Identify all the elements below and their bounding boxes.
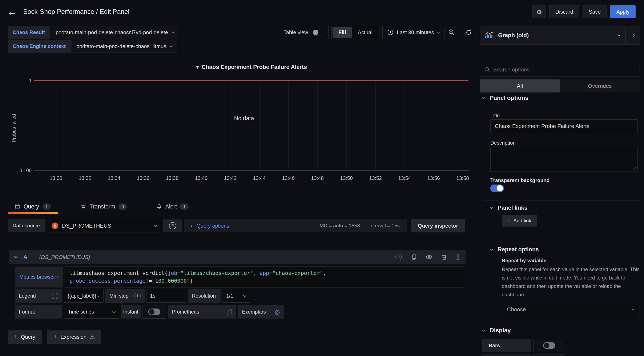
tab-transform[interactable]: Transform 0: [73, 201, 134, 212]
section-panel-options[interactable]: Panel options: [482, 95, 528, 101]
section-panel-links[interactable]: Panel links: [490, 205, 528, 211]
y-tick-1: 1: [11, 78, 32, 83]
visualization-picker[interactable]: Graph (old): [480, 26, 640, 44]
variable-value-dropdown[interactable]: podtato-main-pod-delete-chaos_litmus: [72, 40, 177, 53]
section-display[interactable]: Display: [482, 327, 511, 334]
x-tick-label: 13:40: [195, 175, 208, 181]
tab-alert[interactable]: Alert 1: [149, 201, 196, 212]
resolution-select[interactable]: 1/1: [222, 289, 250, 303]
divider: [482, 200, 640, 201]
chevron-down-icon: [112, 310, 116, 313]
exemplars-icon[interactable]: ◎: [275, 309, 280, 316]
gridline: [404, 80, 405, 171]
viz-name: Graph (old): [498, 32, 529, 39]
actual-option[interactable]: Actual: [352, 27, 378, 38]
save-button[interactable]: Save: [582, 5, 607, 18]
query-help-icon[interactable]: ?: [396, 254, 402, 260]
variable-chaos-result: Chaos Result podtato-main-pod-delete-cha…: [8, 26, 179, 39]
x-tick-label: 13:44: [253, 175, 266, 181]
interval: Interval = 15s: [369, 223, 400, 229]
query-datasource-hint: (DS_PROMETHEUS): [39, 254, 90, 260]
tab-query[interactable]: Query 1: [8, 201, 58, 212]
format-select[interactable]: Time series: [64, 305, 119, 319]
transparent-background-toggle[interactable]: [490, 184, 504, 192]
min-step-input[interactable]: [146, 289, 186, 303]
instant-field: Instant: [121, 305, 140, 319]
query-options-row-2: Format Time series Instant Prometheusi E…: [15, 305, 284, 319]
add-expression-button[interactable]: + Expression ⚠: [47, 330, 101, 344]
datasource-help-button[interactable]: ?: [163, 219, 182, 232]
graph-viz-icon: [485, 32, 494, 39]
delete-query-icon[interactable]: [441, 254, 447, 260]
chevron-down-icon: [617, 33, 621, 36]
threshold-line-series: [34, 80, 468, 81]
toggle-viz-list-button[interactable]: [626, 26, 640, 44]
metrics-browser-button[interactable]: Metrics browser ›: [15, 266, 63, 288]
collapse-query-icon[interactable]: [14, 255, 18, 258]
toggle-visibility-icon[interactable]: [426, 255, 432, 259]
panel-settings-button[interactable]: ⚙: [532, 5, 546, 18]
chevron-down-icon: [243, 294, 247, 297]
repeat-variable-select[interactable]: Choose: [502, 303, 640, 316]
resize-handle-icon[interactable]: [633, 167, 636, 170]
plot-area[interactable]: No data: [34, 80, 468, 171]
time-range-button[interactable]: Last 30 minutes: [382, 29, 444, 35]
panel-title-input[interactable]: [490, 119, 638, 133]
query-row-header[interactable]: A (DS_PROMETHEUS) ?: [9, 250, 466, 264]
legend-input[interactable]: [64, 289, 104, 303]
header-actions: ⚙ Discard Save Apply: [532, 5, 636, 18]
chevron-down-icon: [170, 44, 173, 47]
datasource-picker[interactable]: DS_PROMETHEUS: [47, 219, 161, 232]
options-search-input[interactable]: [493, 66, 635, 73]
refresh-button[interactable]: [462, 26, 476, 39]
promql-expression[interactable]: litmuschaos_experiment_verdict{job="litm…: [65, 266, 465, 288]
add-link-button[interactable]: + Add link: [502, 215, 537, 226]
add-query-button[interactable]: + Query: [8, 330, 42, 344]
apply-button[interactable]: Apply: [610, 5, 636, 18]
query-options-summary: MD = auto = 1853 Interval = 15s: [320, 223, 401, 229]
variable-value-dropdown[interactable]: podtato-main-pod-delete-chaosnl7vd-pod-d…: [51, 26, 179, 39]
datasource-value: DS_PROMETHEUS: [62, 222, 111, 229]
bars-toggle[interactable]: [543, 342, 555, 349]
search-icon: [484, 67, 490, 72]
gridline: [56, 80, 56, 171]
table-view-toggle[interactable]: [312, 29, 324, 36]
instant-toggle[interactable]: [148, 309, 160, 315]
time-range-label: Last 30 minutes: [397, 29, 434, 35]
panel-description-input[interactable]: [490, 147, 638, 172]
info-icon[interactable]: i: [226, 309, 232, 315]
next-option-row-clipped: [482, 354, 565, 356]
chevron-down-icon: [171, 30, 175, 33]
options-search: [480, 63, 640, 76]
gridline: [143, 80, 143, 171]
help-icon: ?: [169, 222, 176, 229]
drag-handle-icon[interactable]: [456, 254, 460, 260]
tabs-divider: [0, 212, 477, 212]
zoom-out-time-button[interactable]: [444, 26, 459, 39]
duplicate-query-icon[interactable]: [410, 254, 417, 260]
no-data-message: No data: [234, 115, 254, 122]
info-icon[interactable]: i: [52, 293, 58, 299]
description-label: Description: [490, 140, 516, 146]
query-options-bar[interactable]: › Query options MD = auto = 1853 Interva…: [184, 219, 407, 232]
tab-overrides[interactable]: Overrides: [560, 79, 640, 92]
chevron-right-icon: ›: [57, 274, 59, 280]
info-icon[interactable]: i: [134, 293, 140, 299]
chevron-down-icon: [490, 247, 493, 251]
exemplars-field: Exemplars◎: [238, 305, 284, 319]
fill-option[interactable]: Fill: [332, 27, 352, 38]
back-arrow-icon[interactable]: ←: [7, 7, 17, 17]
zoom-out-icon: [448, 29, 455, 36]
clock-icon: [387, 29, 394, 35]
query-inspector-button[interactable]: Query inspector: [410, 219, 465, 232]
discard-button[interactable]: Discard: [549, 5, 580, 18]
resolution-field: Resolution: [188, 289, 220, 303]
section-repeat-options[interactable]: Repeat options: [490, 246, 539, 253]
transparent-background-label: Transparent background: [490, 177, 550, 183]
chevron-right-icon: [631, 34, 635, 37]
x-tick-label: 13:48: [311, 175, 324, 181]
panel-links-body: + Add link: [493, 213, 640, 238]
plus-icon: +: [14, 333, 18, 341]
tab-all[interactable]: All: [480, 79, 560, 92]
workbench: Chaos Result podtato-main-pod-delete-cha…: [0, 23, 644, 356]
